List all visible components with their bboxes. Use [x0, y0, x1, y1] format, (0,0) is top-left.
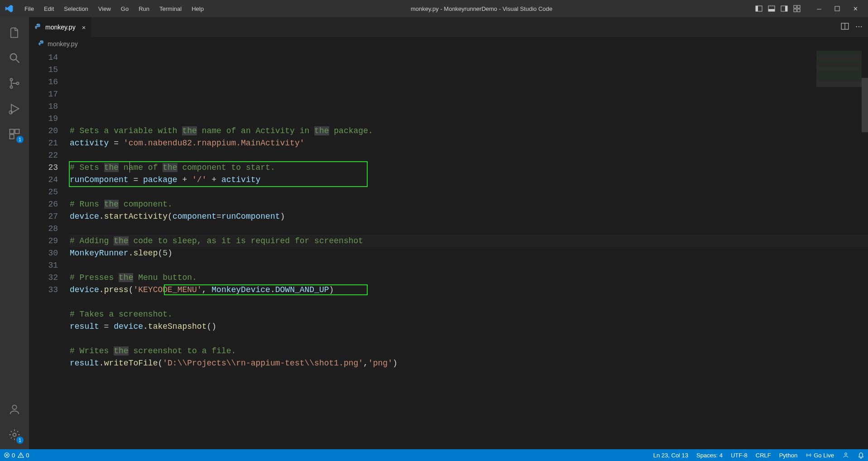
run-debug-icon[interactable] [4, 98, 25, 120]
text-cursor [129, 162, 130, 173]
titlebar: FileEditSelectionViewGoRunTerminalHelp m… [0, 0, 868, 17]
menu-terminal[interactable]: Terminal [155, 3, 186, 15]
status-eol[interactable]: CRLF [756, 452, 771, 459]
menu-go[interactable]: Go [116, 3, 133, 15]
menu-help[interactable]: Help [187, 3, 208, 15]
svg-rect-7 [797, 5, 800, 8]
status-warning-count: 0 [26, 452, 29, 459]
menu-view[interactable]: View [94, 3, 115, 15]
scrollbar[interactable] [862, 51, 868, 449]
code-line-32[interactable]: # Writes the screenshot to a file. [70, 345, 868, 357]
code-content[interactable]: # Sets a variable with the name of an Ac… [70, 51, 868, 449]
menu-selection[interactable]: Selection [59, 3, 92, 15]
code-line-33[interactable]: result.writeToFile('D:\\Projects\\rn-app… [70, 357, 868, 370]
code-line-25[interactable] [70, 259, 868, 272]
code-line-28[interactable] [70, 296, 868, 308]
extensions-icon[interactable]: 1 [4, 123, 25, 145]
svg-rect-17 [10, 130, 14, 134]
window-title: monkey.py - MonkeyrunnerDemo - Visual St… [208, 5, 755, 12]
scrollbar-thumb[interactable] [862, 78, 868, 132]
status-language[interactable]: Python [779, 452, 797, 459]
svg-rect-5 [785, 6, 787, 11]
code-line-20[interactable]: # Runs the component. [70, 198, 868, 211]
more-actions-icon[interactable]: ⋯ [855, 22, 863, 32]
accounts-icon[interactable] [4, 399, 25, 420]
tab-label: monkey.py [45, 24, 76, 31]
svg-line-12 [16, 60, 19, 63]
status-cursor-position[interactable]: Ln 23, Col 13 [653, 452, 688, 459]
svg-rect-6 [794, 5, 796, 8]
layout-panel-bottom-icon[interactable] [767, 5, 776, 13]
golive-label: Go Live [814, 452, 834, 459]
python-file-icon [38, 40, 45, 48]
svg-point-20 [12, 405, 16, 409]
svg-rect-9 [797, 9, 800, 12]
status-errors[interactable]: 0 [4, 452, 15, 459]
settings-badge: 1 [16, 437, 24, 444]
code-line-24[interactable]: MonkeyRunner.sleep(5) [70, 247, 868, 259]
menu-run[interactable]: Run [134, 3, 154, 15]
code-line-16[interactable] [70, 149, 868, 162]
svg-rect-19 [10, 134, 14, 139]
status-indentation[interactable]: Spaces: 4 [696, 452, 723, 459]
status-error-count: 0 [12, 452, 15, 459]
extensions-badge: 1 [16, 136, 24, 143]
code-line-23[interactable]: # Adding the code to sleep, as it is req… [70, 235, 868, 247]
code-line-19[interactable] [70, 186, 868, 198]
breadcrumb-file: monkey.py [48, 40, 78, 48]
status-feedback-icon[interactable] [842, 451, 849, 459]
editor-area: monkey.py × ⋯ monkey.py 1415161718192021… [29, 17, 868, 449]
status-bar: 0 0 Ln 23, Col 13 Spaces: 4 UTF-8 CRLF P… [0, 449, 868, 461]
status-bell-icon[interactable] [858, 452, 864, 459]
menu-file[interactable]: File [20, 3, 38, 15]
code-line-27[interactable]: device.press('KEYCODE_MENU', MonkeyDevic… [70, 284, 868, 296]
svg-point-11 [10, 54, 17, 60]
tab-bar: monkey.py × ⋯ [29, 17, 868, 37]
breadcrumb[interactable]: monkey.py [29, 37, 868, 51]
svg-point-21 [13, 433, 16, 437]
maximize-button[interactable] [828, 2, 846, 15]
layout-controls [755, 5, 801, 13]
svg-point-22 [37, 24, 37, 24]
code-line-21[interactable]: device.startActivity(component=runCompon… [70, 211, 868, 223]
menu-edit[interactable]: Edit [39, 3, 58, 15]
code-line-26[interactable]: # Presses the Menu button. [70, 272, 868, 284]
layout-panel-right-icon[interactable] [780, 5, 788, 13]
svg-rect-1 [756, 6, 758, 11]
code-line-17[interactable]: # Sets the name of the component to star… [70, 162, 868, 174]
code-line-14[interactable]: # Sets a variable with the name of an Ac… [70, 125, 868, 137]
tab-close-icon[interactable]: × [82, 24, 86, 31]
layout-customize-icon[interactable] [793, 5, 801, 13]
svg-point-15 [16, 82, 19, 84]
line-number-gutter: 1415161718192021222324252627282930313233 [29, 51, 70, 449]
minimap[interactable] [816, 51, 862, 87]
code-line-15[interactable]: activity = 'com.nabendu82.rnappium.MainA… [70, 137, 868, 149]
settings-gear-icon[interactable]: 1 [4, 424, 25, 446]
code-line-29[interactable]: # Takes a screenshot. [70, 308, 868, 321]
activity-bar: 1 1 [0, 17, 29, 449]
code-line-30[interactable]: result = device.takeSnapshot() [70, 321, 868, 333]
code-line-31[interactable] [70, 333, 868, 345]
status-go-live[interactable]: Go Live [806, 452, 834, 459]
svg-point-32 [845, 453, 847, 455]
status-encoding[interactable]: UTF-8 [731, 452, 748, 459]
split-editor-icon[interactable] [841, 22, 849, 32]
tab-monkey-py[interactable]: monkey.py × [29, 17, 91, 37]
explorer-icon[interactable] [4, 22, 25, 43]
svg-rect-18 [15, 130, 19, 134]
source-control-icon[interactable] [4, 72, 25, 94]
code-line-22[interactable] [70, 223, 868, 235]
python-file-icon [34, 23, 42, 32]
status-warnings[interactable]: 0 [18, 452, 29, 459]
svg-point-14 [10, 86, 12, 88]
search-icon[interactable] [4, 47, 25, 69]
svg-rect-3 [768, 9, 775, 11]
minimize-button[interactable]: ─ [810, 2, 828, 15]
svg-rect-10 [835, 6, 839, 11]
code-editor[interactable]: 1415161718192021222324252627282930313233… [29, 51, 868, 449]
close-button[interactable]: ✕ [846, 2, 864, 15]
layout-panel-left-icon[interactable] [755, 5, 763, 13]
code-line-18[interactable]: runComponent = package + '/' + activity [70, 174, 868, 186]
svg-point-13 [10, 78, 12, 81]
svg-point-25 [40, 41, 41, 42]
